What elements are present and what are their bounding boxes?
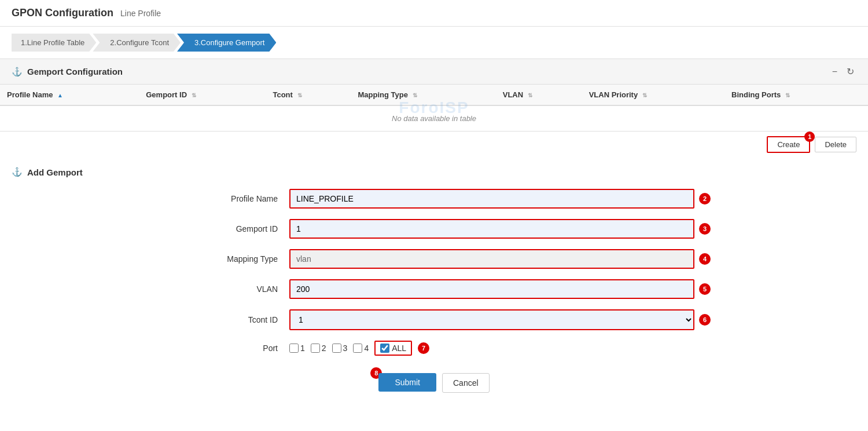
mapping-type-badge: 4 bbox=[699, 253, 711, 265]
tcont-id-field: 1 2 3 6 bbox=[289, 309, 694, 330]
submit-button[interactable]: Submit bbox=[378, 373, 436, 392]
minimize-button[interactable]: − bbox=[830, 65, 840, 78]
mapping-type-field: 4 bbox=[289, 249, 694, 269]
table-actions: Create 1 Delete bbox=[0, 132, 868, 158]
create-badge: 1 bbox=[804, 132, 815, 142]
gemport-id-field: 3 bbox=[289, 219, 694, 239]
sort-icon-profile: ▲ bbox=[57, 92, 63, 98]
col-tcont[interactable]: Tcont ⇅ bbox=[266, 85, 351, 105]
port-1-checkbox[interactable] bbox=[289, 344, 299, 353]
port-2-label: 2 bbox=[322, 344, 326, 353]
mapping-type-label: Mapping Type bbox=[174, 254, 289, 264]
port-all-wrap: ALL bbox=[374, 341, 412, 356]
gemport-table-container: ForoISP Profile Name ▲ Gemport ID ⇅ Tcon… bbox=[0, 85, 868, 132]
port-4-label: 4 bbox=[364, 344, 369, 353]
create-button-wrapper: Create 1 bbox=[767, 136, 810, 153]
gemport-section-title: ⚓ Gemport Configuration bbox=[12, 67, 123, 77]
anchor-icon: ⚓ bbox=[12, 67, 23, 77]
port-item-1: 1 bbox=[289, 344, 305, 353]
wizard-step-3[interactable]: 3.Configure Gemport bbox=[181, 34, 276, 52]
port-label: Port bbox=[174, 344, 289, 353]
mapping-type-input bbox=[289, 249, 694, 269]
page-subtitle: Line Profile bbox=[120, 9, 161, 18]
add-gemport-form: Profile Name 2 Gemport ID 3 Mapping Type… bbox=[174, 189, 694, 393]
refresh-button[interactable]: ↻ bbox=[844, 65, 856, 78]
port-4-checkbox[interactable] bbox=[353, 344, 362, 353]
vlan-label: VLAN bbox=[174, 284, 289, 294]
port-1-label: 1 bbox=[300, 344, 305, 353]
port-item-3: 3 bbox=[332, 344, 348, 353]
gemport-config-header: ⚓ Gemport Configuration − ↻ bbox=[0, 59, 868, 85]
add-gemport-title: ⚓ Add Gemport bbox=[12, 167, 856, 177]
delete-button[interactable]: Delete bbox=[815, 137, 856, 152]
col-binding-ports[interactable]: Binding Ports ⇅ bbox=[724, 85, 868, 105]
tcont-id-badge: 6 bbox=[699, 314, 711, 326]
add-gemport-section: ⚓ Add Gemport Profile Name 2 Gemport ID … bbox=[0, 158, 868, 402]
table-header-row: Profile Name ▲ Gemport ID ⇅ Tcont ⇅ Mapp… bbox=[0, 85, 868, 105]
page-title: GPON Configuration bbox=[12, 7, 113, 19]
wizard-step-1[interactable]: 1.Line Profile Table bbox=[12, 34, 96, 52]
submit-wrapper: 8 Submit bbox=[378, 373, 436, 393]
vlan-row: VLAN 5 bbox=[174, 279, 694, 299]
vlan-badge: 5 bbox=[699, 283, 711, 295]
col-vlan-priority[interactable]: VLAN Priority ⇅ bbox=[582, 85, 724, 105]
col-gemport-id[interactable]: Gemport ID ⇅ bbox=[139, 85, 266, 105]
gemport-section-actions: − ↻ bbox=[830, 65, 856, 78]
tcont-id-row: Tcont ID 1 2 3 6 bbox=[174, 309, 694, 330]
port-item-2: 2 bbox=[311, 344, 326, 353]
port-badge: 7 bbox=[418, 342, 429, 354]
step3-label[interactable]: 3.Configure Gemport bbox=[177, 34, 276, 52]
form-actions: 8 Submit Cancel bbox=[174, 373, 694, 393]
sort-icon-vlan: ⇅ bbox=[528, 92, 532, 98]
gemport-id-input[interactable] bbox=[289, 219, 694, 239]
col-profile-name[interactable]: Profile Name ▲ bbox=[0, 85, 139, 105]
port-field: 1 2 3 4 bbox=[289, 341, 694, 356]
cancel-button[interactable]: Cancel bbox=[442, 373, 490, 393]
page-header: GPON Configuration Line Profile bbox=[0, 0, 868, 27]
col-vlan[interactable]: VLAN ⇅ bbox=[496, 85, 582, 105]
port-all-checkbox[interactable] bbox=[380, 344, 389, 353]
no-data-cell: No data available in table bbox=[0, 105, 868, 131]
wizard-step-2[interactable]: 2.Configure Tcont bbox=[96, 34, 181, 52]
profile-name-input[interactable] bbox=[289, 189, 694, 209]
sort-icon-mapping: ⇅ bbox=[413, 92, 417, 98]
sort-icon-tcont: ⇅ bbox=[297, 92, 302, 98]
profile-name-label: Profile Name bbox=[174, 194, 289, 203]
col-mapping-type[interactable]: Mapping Type ⇅ bbox=[351, 85, 495, 105]
gemport-id-badge: 3 bbox=[699, 223, 711, 235]
port-all-wrapper: ALL 7 bbox=[374, 341, 429, 356]
gemport-id-label: Gemport ID bbox=[174, 224, 289, 233]
wizard-steps: 1.Line Profile Table 2.Configure Tcont 3… bbox=[0, 27, 868, 59]
tcont-id-label: Tcont ID bbox=[174, 315, 289, 324]
step2-label[interactable]: 2.Configure Tcont bbox=[93, 34, 181, 52]
mapping-type-row: Mapping Type 4 bbox=[174, 249, 694, 269]
gemport-id-row: Gemport ID 3 bbox=[174, 219, 694, 239]
create-button[interactable]: Create 1 bbox=[767, 136, 810, 153]
profile-name-badge: 2 bbox=[699, 193, 711, 204]
profile-name-row: Profile Name 2 bbox=[174, 189, 694, 209]
port-2-checkbox[interactable] bbox=[311, 344, 320, 353]
no-data-row: No data available in table bbox=[0, 105, 868, 131]
step1-label[interactable]: 1.Line Profile Table bbox=[12, 34, 96, 52]
vlan-input[interactable] bbox=[289, 279, 694, 299]
vlan-field: 5 bbox=[289, 279, 694, 299]
port-all-label: ALL bbox=[392, 344, 406, 353]
sort-icon-binding: ⇅ bbox=[785, 92, 790, 98]
port-item-4: 4 bbox=[353, 344, 369, 353]
profile-name-field: 2 bbox=[289, 189, 694, 209]
anchor-icon-2: ⚓ bbox=[12, 167, 23, 177]
port-group: 1 2 3 4 bbox=[289, 341, 694, 356]
tcont-id-select[interactable]: 1 2 3 bbox=[289, 309, 694, 330]
port-3-checkbox[interactable] bbox=[332, 344, 341, 353]
port-row: Port 1 2 3 bbox=[174, 341, 694, 356]
sort-icon-gemport: ⇅ bbox=[192, 92, 196, 98]
sort-icon-vlan-priority: ⇅ bbox=[642, 92, 647, 98]
gemport-table: Profile Name ▲ Gemport ID ⇅ Tcont ⇅ Mapp… bbox=[0, 85, 868, 131]
port-3-label: 3 bbox=[343, 344, 348, 353]
